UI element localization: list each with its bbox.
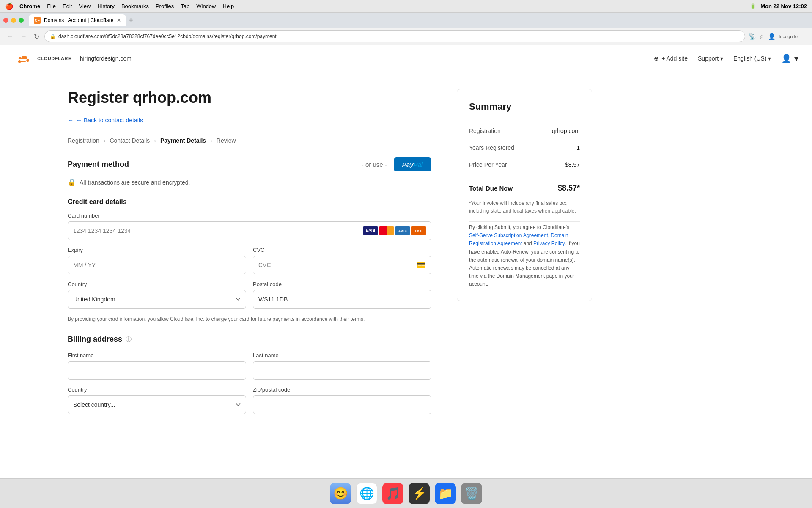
account-icon[interactable]: 👤 bbox=[768, 33, 775, 40]
address-bar[interactable]: 🔒 dash.cloudflare.com/8f5dc28a78328cf767… bbox=[44, 30, 745, 42]
tab-menu[interactable]: Tab bbox=[181, 3, 189, 9]
battery-icon: 🔋 bbox=[750, 3, 756, 9]
cloudflare-header: CLOUDFLARE hiringfordesign.com ⊕ + Add s… bbox=[0, 45, 812, 72]
minimize-window-button[interactable] bbox=[11, 18, 16, 23]
privacy-policy-link[interactable]: Privacy Policy bbox=[533, 240, 565, 246]
forward-button[interactable]: → bbox=[19, 31, 29, 42]
support-chevron-icon: ▾ bbox=[720, 55, 723, 62]
step-contact[interactable]: Contact Details bbox=[110, 137, 150, 144]
billing-country-group: Country Select country... United Kingdom… bbox=[68, 387, 246, 414]
paypal-label: PayPal bbox=[402, 161, 423, 168]
summary-years-value: 1 bbox=[576, 144, 580, 151]
language-label: English (US) bbox=[733, 55, 767, 62]
active-tab[interactable]: CF Domains | Account | Cloudflare ✕ bbox=[29, 14, 126, 26]
breadcrumb-chevron-3: › bbox=[210, 137, 212, 144]
bookmark-icon[interactable]: ☆ bbox=[759, 33, 765, 40]
subscription-agreement-link[interactable]: Self-Serve Subscription Agreement bbox=[469, 232, 548, 238]
cvc-input-wrapper[interactable]: 💳 bbox=[253, 256, 431, 274]
tax-notice: *Your invoice will include any final sal… bbox=[469, 199, 580, 215]
summary-registration-value: qrhop.com bbox=[552, 127, 580, 134]
billing-country-select[interactable]: Select country... United Kingdom United … bbox=[68, 395, 246, 414]
language-selector[interactable]: English (US) ▾ bbox=[733, 55, 771, 62]
postal-label: Postal code bbox=[253, 281, 431, 287]
cvc-label: CVC bbox=[253, 247, 431, 253]
cast-icon[interactable]: 📡 bbox=[749, 33, 756, 40]
cc-section-title: Credit card details bbox=[68, 198, 431, 206]
breadcrumb: Registration › Contact Details › Payment… bbox=[68, 137, 431, 144]
postal-input[interactable] bbox=[253, 290, 431, 309]
svg-point-1 bbox=[26, 59, 29, 61]
back-button[interactable]: ← bbox=[5, 31, 15, 42]
back-to-contact-link[interactable]: ← ← Back to contact details bbox=[68, 117, 431, 124]
user-avatar-icon[interactable]: 👤 ▾ bbox=[781, 53, 798, 64]
edit-menu[interactable]: Edit bbox=[63, 3, 72, 9]
support-link[interactable]: Support ▾ bbox=[698, 55, 723, 62]
page-title: Register qrhop.com bbox=[68, 89, 431, 107]
breadcrumb-chevron-1: › bbox=[104, 137, 106, 144]
add-site-button[interactable]: ⊕ + Add site bbox=[654, 55, 688, 62]
cloudflare-logo-icon bbox=[14, 52, 34, 65]
card-number-group: Card number VISA AMEX DISC bbox=[68, 213, 431, 240]
billing-zip-group: Zip/postal code bbox=[253, 387, 431, 414]
tab-favicon: CF bbox=[34, 17, 41, 24]
expiry-input[interactable] bbox=[68, 256, 246, 274]
trash-icon: 🗑️ bbox=[464, 486, 479, 500]
card-number-input-wrapper[interactable]: VISA AMEX DISC bbox=[68, 221, 431, 240]
page-wrapper: Register qrhop.com ← ← Back to contact d… bbox=[0, 72, 812, 438]
tab-title: Domains | Account | Cloudflare bbox=[44, 17, 113, 23]
bookmarks-menu[interactable]: Bookmarks bbox=[121, 3, 149, 9]
history-menu[interactable]: History bbox=[97, 3, 114, 9]
expiry-cvc-row: Expiry CVC 💳 bbox=[68, 247, 431, 274]
summary-divider-2 bbox=[469, 221, 580, 222]
app-name[interactable]: Chrome bbox=[19, 3, 40, 9]
visa-logo-icon: VISA bbox=[363, 226, 378, 235]
close-tab-button[interactable]: ✕ bbox=[117, 17, 121, 23]
cloudflare-logo[interactable]: CLOUDFLARE bbox=[14, 52, 71, 65]
name-row: First name Last name bbox=[68, 352, 431, 380]
site-name[interactable]: hiringfordesign.com bbox=[80, 55, 132, 62]
right-panel: Summary Registration qrhop.com Years Reg… bbox=[457, 89, 592, 421]
dock-chrome[interactable]: 🌐 bbox=[356, 483, 377, 504]
new-tab-button[interactable]: + bbox=[129, 17, 133, 24]
card-number-label: Card number bbox=[68, 213, 431, 219]
summary-box: Summary Registration qrhop.com Years Reg… bbox=[457, 89, 592, 301]
step-review[interactable]: Review bbox=[217, 137, 236, 144]
dock-folder[interactable]: 📁 bbox=[435, 483, 456, 504]
dock-music[interactable]: 🎵 bbox=[382, 483, 403, 504]
step-payment[interactable]: Payment Details bbox=[160, 137, 206, 144]
total-value: $8.57* bbox=[558, 184, 580, 193]
billing-title-row: Billing address ⓘ bbox=[68, 335, 431, 344]
window-menu[interactable]: Window bbox=[196, 3, 216, 9]
file-menu[interactable]: File bbox=[47, 3, 56, 9]
dock-finder[interactable]: 😊 bbox=[330, 483, 351, 504]
menubar-right: 🔋 Mon 22 Nov 12:02 bbox=[750, 3, 807, 9]
last-name-input[interactable] bbox=[253, 361, 431, 380]
cvc-input[interactable] bbox=[258, 262, 417, 268]
more-options-icon[interactable]: ⋮ bbox=[801, 33, 807, 40]
billing-info-icon[interactable]: ⓘ bbox=[126, 336, 132, 343]
reload-button[interactable]: ↻ bbox=[32, 31, 41, 42]
maximize-window-button[interactable] bbox=[19, 18, 24, 23]
dock-trash[interactable]: 🗑️ bbox=[461, 483, 482, 504]
country-select[interactable]: United Kingdom United States Canada Aust… bbox=[68, 290, 246, 309]
browser-chrome: CF Domains | Account | Cloudflare ✕ + ← … bbox=[0, 13, 812, 45]
step-registration[interactable]: Registration bbox=[68, 137, 99, 144]
mac-menubar: 🍎 Chrome File Edit View History Bookmark… bbox=[0, 0, 812, 13]
dock-lightning[interactable]: ⚡ bbox=[409, 483, 430, 504]
window-controls[interactable] bbox=[3, 18, 24, 23]
cvc-group: CVC 💳 bbox=[253, 247, 431, 274]
apple-logo-icon: 🍎 bbox=[5, 2, 14, 10]
billing-zip-input[interactable] bbox=[253, 395, 431, 414]
paypal-button[interactable]: PayPal bbox=[394, 157, 431, 171]
view-menu[interactable]: View bbox=[79, 3, 91, 9]
card-number-input[interactable] bbox=[73, 227, 363, 234]
summary-total-row: Total Due Now $8.57* bbox=[469, 177, 580, 199]
secure-lock-icon: 🔒 bbox=[68, 178, 76, 186]
help-menu[interactable]: Help bbox=[223, 3, 234, 9]
close-window-button[interactable] bbox=[3, 18, 8, 23]
summary-price-label: Price Per Year bbox=[469, 161, 507, 168]
first-name-label: First name bbox=[68, 352, 246, 359]
svg-point-0 bbox=[18, 60, 21, 63]
profiles-menu[interactable]: Profiles bbox=[156, 3, 174, 9]
first-name-input[interactable] bbox=[68, 361, 246, 380]
